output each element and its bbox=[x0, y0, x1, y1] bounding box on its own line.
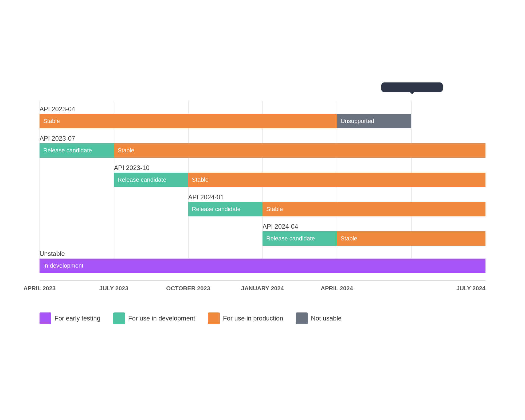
api-label: API 2023-07 bbox=[40, 135, 75, 142]
legend-item: For use in development bbox=[113, 312, 195, 324]
legend-label: For use in development bbox=[128, 315, 195, 322]
legend-item: For use in production bbox=[208, 312, 283, 324]
legend-swatch bbox=[113, 312, 125, 324]
bar-row: Release candidateStable bbox=[40, 202, 485, 216]
chart-rows: API 2023-04StableUnsupportedAPI 2023-07R… bbox=[40, 101, 485, 246]
bar-segment-release-candidate: Release candidate bbox=[262, 231, 337, 246]
chart-area: API 2023-04StableUnsupportedAPI 2023-07R… bbox=[40, 101, 485, 296]
api-label: API 2024-04 bbox=[262, 223, 298, 230]
legend-swatch bbox=[40, 312, 51, 324]
api-label-row: API 2024-01 bbox=[40, 189, 485, 202]
legend-swatch bbox=[296, 312, 308, 324]
bar-segment-release-candidate: Release candidate bbox=[188, 202, 262, 216]
tooltip bbox=[381, 82, 443, 92]
api-label: API 2023-10 bbox=[114, 164, 149, 172]
bar-segment-stable: Stable bbox=[337, 231, 485, 246]
bar-segment-unsupported: Unsupported bbox=[337, 114, 411, 128]
unstable-section: UnstableIn development bbox=[40, 248, 485, 273]
bar-segment-stable: Stable bbox=[188, 173, 485, 187]
bar-row: Release candidateStable bbox=[40, 231, 485, 246]
x-tick: APRIL 2024 bbox=[321, 285, 353, 292]
bar-segment-stable: Stable bbox=[114, 143, 485, 158]
legend-label: For use in production bbox=[223, 315, 283, 322]
rows-wrapper: API 2023-04StableUnsupportedAPI 2023-07R… bbox=[40, 101, 485, 273]
api-label: API 2023-04 bbox=[40, 105, 75, 113]
api-label-row: API 2023-07 bbox=[40, 130, 485, 143]
api-label-row: API 2024-04 bbox=[40, 219, 485, 231]
legend-label: Not usable bbox=[311, 315, 342, 322]
api-label-row: API 2023-10 bbox=[40, 160, 485, 173]
api-label: API 2024-01 bbox=[188, 193, 224, 201]
bar-segment-stable: Stable bbox=[40, 114, 337, 128]
chart-container: API 2023-04StableUnsupportedAPI 2023-07R… bbox=[29, 74, 496, 346]
x-tick: JANUARY 2024 bbox=[241, 285, 284, 292]
legend-item: For early testing bbox=[40, 312, 100, 324]
x-tick: OCTOBER 2023 bbox=[166, 285, 210, 292]
x-tick: JULY 2023 bbox=[99, 285, 128, 292]
x-tick: APRIL 2023 bbox=[23, 285, 56, 292]
unstable-label-row: Unstable bbox=[40, 248, 485, 259]
legend-swatch bbox=[208, 312, 220, 324]
indev-bar-row: In development bbox=[40, 259, 485, 273]
bar-segment-release-candidate: Release candidate bbox=[40, 143, 114, 158]
indev-bar: In development bbox=[40, 259, 485, 273]
bar-row: Release candidateStable bbox=[40, 143, 485, 158]
legend-label: For early testing bbox=[54, 315, 100, 322]
x-tick: JULY 2024 bbox=[456, 285, 485, 292]
x-axis: APRIL 2023JULY 2023OCTOBER 2023JANUARY 2… bbox=[40, 280, 485, 296]
unstable-label: Unstable bbox=[40, 250, 65, 257]
legend: For early testingFor use in developmentF… bbox=[40, 312, 485, 324]
bar-row: StableUnsupported bbox=[40, 114, 485, 128]
bar-row: Release candidateStable bbox=[40, 173, 485, 187]
legend-item: Not usable bbox=[296, 312, 342, 324]
bar-segment-stable: Stable bbox=[262, 202, 485, 216]
api-label-row: API 2023-04 bbox=[40, 101, 485, 114]
bar-segment-release-candidate: Release candidate bbox=[114, 173, 188, 187]
